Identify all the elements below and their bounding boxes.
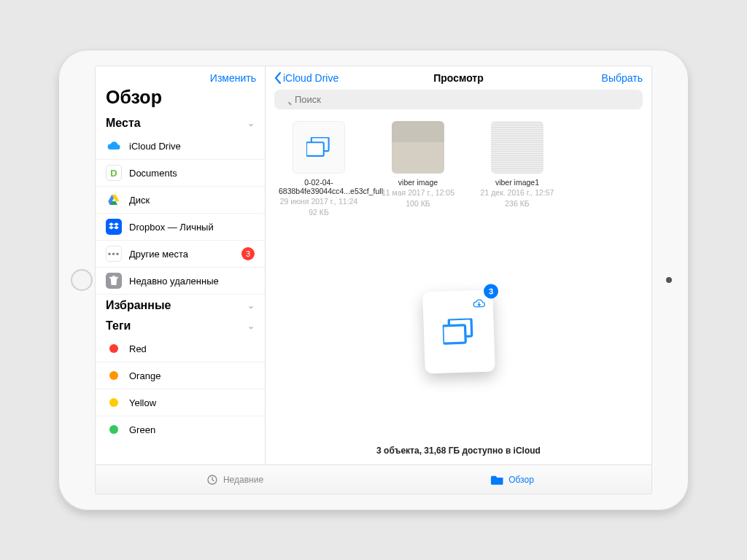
clock-icon [206,475,219,485]
chevron-down-icon: ⌄ [247,118,255,128]
file-thumbnail-icon [392,121,444,174]
section-places-label: Места [106,117,141,130]
file-name: 0-02-04-6838b4fe39044cc4...e53cf_full [279,178,359,195]
tab-recents[interactable]: Недавние [96,465,374,494]
file-thumbnail-icon [491,121,543,174]
more-icon: ••• [106,246,122,262]
sidebar-item-dropbox[interactable]: Dropbox — Личный [96,214,265,241]
sidebar: Изменить Обзор Места ⌄ iCloud Drive [96,66,266,464]
cloud-download-icon [472,299,486,313]
svg-rect-3 [442,325,465,343]
tab-label: Обзор [508,475,534,485]
sidebar-item-google-drive[interactable]: Диск [96,187,265,214]
tag-orange[interactable]: Orange [96,362,265,389]
tag-label: Green [129,424,255,435]
tag-color-icon [106,368,122,384]
tag-color-icon [106,341,122,357]
chevron-down-icon: ⌄ [247,300,255,311]
drag-preview[interactable]: 3 [422,290,495,374]
status-text: 3 объекта, 31,68 ГБ доступно в iCloud [266,441,651,464]
sidebar-item-documents[interactable]: D Documents [96,160,265,187]
file-thumbnail-icon [293,121,345,174]
chevron-left-icon [274,72,282,84]
tag-red[interactable]: Red [96,335,265,362]
file-item[interactable]: viber image 11 мая 2017 г., 12:05 100 КБ [378,121,458,217]
tag-color-icon [106,394,122,411]
search-input[interactable] [274,90,643,109]
search-icon [274,90,643,109]
tag-label: Red [129,343,255,354]
tag-label: Yellow [129,397,255,408]
tag-label: Orange [129,370,255,381]
google-drive-icon [106,192,122,208]
stack-icon [442,318,475,346]
folder-icon [491,475,504,485]
sidebar-item-label: iCloud Drive [129,141,255,152]
edit-button[interactable]: Изменить [210,72,256,84]
sidebar-item-label: Диск [129,195,255,206]
sidebar-title: Обзор [96,85,265,112]
file-date: 11 мая 2017 г., 12:05 [378,188,458,198]
section-tags-header[interactable]: Теги ⌄ [96,315,265,335]
documents-app-icon: D [106,165,122,181]
main-content: iCloud Drive Просмотр Выбрать 0-0 [266,66,651,464]
sidebar-item-other-locations[interactable]: ••• Другие места 3 [96,241,265,268]
section-favorites-label: Избранные [106,299,171,312]
file-item[interactable]: 0-02-04-6838b4fe39044cc4...e53cf_full 29… [279,121,359,217]
tag-color-icon [106,421,122,438]
notification-badge: 3 [241,247,255,260]
file-name: viber image [378,178,458,187]
svg-rect-1 [306,142,324,156]
back-label: iCloud Drive [283,72,338,84]
trash-icon [106,273,122,289]
sidebar-item-label: Documents [129,168,255,179]
section-places-header[interactable]: Места ⌄ [96,112,265,133]
file-size: 236 КБ [477,199,557,209]
section-favorites-header[interactable]: Избранные ⌄ [96,295,265,315]
file-size: 92 КБ [279,208,359,217]
tag-yellow[interactable]: Yellow [96,389,265,416]
sidebar-item-icloud-drive[interactable]: iCloud Drive [96,133,265,160]
dropbox-icon [106,219,122,235]
file-size: 100 КБ [378,199,458,209]
sidebar-item-label: Dropbox — Личный [129,222,255,233]
chevron-down-icon: ⌄ [247,321,255,331]
section-tags-label: Теги [106,319,131,332]
file-date: 21 дек. 2016 г., 12:57 [477,188,557,198]
file-item[interactable]: viber image1 21 дек. 2016 г., 12:57 236 … [477,121,557,217]
drag-count-badge: 3 [483,284,498,299]
icloud-icon [106,138,122,154]
file-name: viber image1 [477,178,557,187]
home-button[interactable] [71,269,93,291]
tab-label: Недавние [223,475,263,485]
file-date: 29 июня 2017 г., 11:24 [279,197,359,206]
back-button[interactable]: iCloud Drive [274,72,338,84]
camera-icon [666,277,672,283]
select-button[interactable]: Выбрать [602,72,643,84]
sidebar-item-recently-deleted[interactable]: Недавно удаленные [96,268,265,295]
tag-green[interactable]: Green [96,416,265,443]
sidebar-item-label: Недавно удаленные [129,276,255,287]
sidebar-item-label: Другие места [129,249,234,260]
tab-browse[interactable]: Обзор [374,465,651,494]
